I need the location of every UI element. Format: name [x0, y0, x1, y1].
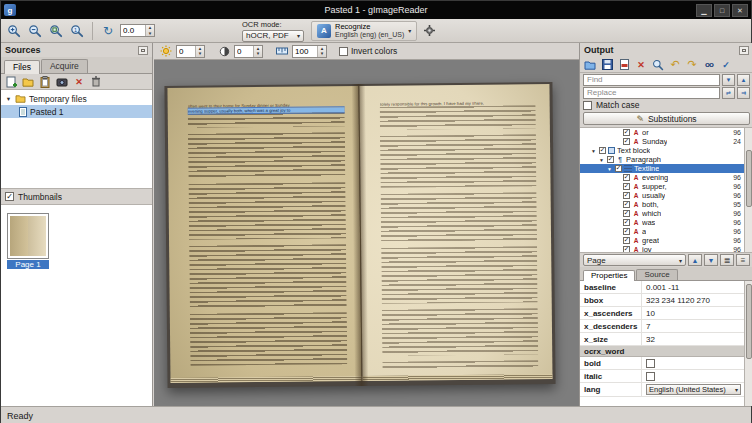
prev-item-button[interactable]: ▲ — [688, 254, 702, 266]
ocr-tree-row[interactable]: ▼¶Paragraph — [580, 155, 752, 164]
minimize-button[interactable]: ▁ — [696, 4, 712, 17]
recognize-button[interactable]: A Recognize English (eng) (en_US) ▾ — [311, 21, 417, 41]
replace-button[interactable]: ⇄ — [722, 87, 735, 99]
brightness-input[interactable] — [177, 46, 195, 57]
open-button[interactable] — [583, 58, 597, 72]
bold-checkbox[interactable] — [646, 359, 655, 368]
resolution-spin-down-icon[interactable]: ▾ — [318, 51, 326, 57]
expander-icon[interactable]: ▼ — [606, 166, 613, 172]
tab-acquire[interactable]: Acquire — [41, 59, 88, 73]
page-thumbnail[interactable]: Page 1 — [7, 213, 49, 269]
ocr-tree-row[interactable]: Aevening96 — [580, 173, 752, 182]
replace-all-button[interactable]: ⇉ — [737, 87, 750, 99]
page-select[interactable]: Page▾ — [583, 254, 686, 266]
canvas-viewport[interactable]: often went to their home for Sunday dinn… — [154, 60, 579, 406]
italic-checkbox[interactable] — [646, 372, 655, 381]
substitutions-button[interactable]: ✎ Substitutions — [583, 112, 750, 125]
zoom-original-button[interactable]: 1 — [68, 22, 86, 40]
add-folder-button[interactable] — [21, 75, 35, 89]
expand-all-button[interactable]: ≣ — [720, 254, 734, 266]
add-images-button[interactable] — [4, 75, 18, 89]
resolution-input[interactable] — [293, 46, 317, 57]
expander-icon[interactable]: ▼ — [598, 157, 605, 163]
ocr-tree-row[interactable]: Awas96 — [580, 218, 752, 227]
item-checkbox[interactable] — [623, 237, 630, 244]
scrollbar-thumb[interactable] — [746, 150, 752, 207]
item-checkbox[interactable] — [623, 192, 630, 199]
undo-button[interactable]: ↶ — [668, 58, 682, 72]
item-checkbox[interactable] — [615, 165, 622, 172]
tab-source[interactable]: Source — [636, 269, 677, 280]
property-value[interactable]: 7 — [642, 322, 743, 331]
item-checkbox[interactable] — [623, 219, 630, 226]
find-next-button[interactable]: ▼ — [722, 74, 735, 86]
next-item-button[interactable]: ▼ — [704, 254, 718, 266]
ocr-mode-select[interactable]: hOCR, PDF▾ — [242, 30, 304, 42]
screenshot-button[interactable] — [55, 75, 69, 89]
ocr-tree-row[interactable]: Aor96 — [580, 128, 752, 137]
ocr-tree-row[interactable]: Aa96 — [580, 227, 752, 236]
item-checkbox[interactable] — [607, 156, 614, 163]
ocr-tree-row[interactable]: Asupper,96 — [580, 182, 752, 191]
close-button[interactable]: ✕ — [732, 4, 748, 17]
tree-item-temporary-files[interactable]: ▼ Temporary files — [1, 92, 152, 105]
property-value[interactable]: 323 234 1120 270 — [642, 296, 743, 305]
zoom-out-button[interactable] — [26, 22, 44, 40]
ocr-tree-row[interactable]: ▼Textline — [580, 164, 752, 173]
find-replace-toggle-button[interactable] — [651, 58, 665, 72]
item-checkbox[interactable] — [623, 201, 630, 208]
ocr-tree-row[interactable]: Agreat96 — [580, 236, 752, 245]
properties-scrollbar[interactable] — [744, 281, 752, 406]
item-checkbox[interactable] — [623, 210, 630, 217]
tree-item-pasted-1[interactable]: Pasted 1 — [1, 105, 152, 118]
paste-button[interactable] — [38, 75, 52, 89]
collapse-all-button[interactable]: ≡ — [736, 254, 750, 266]
ocr-tree-row[interactable]: Ajoy96 — [580, 245, 752, 253]
ocr-tree-row[interactable]: Ausually96 — [580, 191, 752, 200]
expander-icon[interactable]: ▼ — [590, 148, 597, 154]
redo-button[interactable]: ↷ — [685, 58, 699, 72]
contrast-spin-down-icon[interactable]: ▾ — [254, 51, 262, 57]
undock-panel-button[interactable] — [138, 46, 148, 55]
save-button[interactable] — [600, 58, 614, 72]
rotation-input[interactable] — [121, 25, 145, 36]
match-case-checkbox[interactable] — [583, 101, 592, 110]
brightness-spin-down-icon[interactable]: ▾ — [196, 51, 204, 57]
rotation-spin-down-icon[interactable]: ▾ — [146, 31, 154, 37]
undock-panel-button[interactable] — [739, 46, 749, 55]
tab-files[interactable]: Files — [4, 60, 40, 74]
item-checkbox[interactable] — [623, 174, 630, 181]
item-checkbox[interactable] — [623, 246, 630, 253]
zoom-in-button[interactable] — [5, 22, 23, 40]
ocr-tree-row[interactable]: Awhich96 — [580, 209, 752, 218]
property-value[interactable]: 32 — [642, 335, 743, 344]
tab-properties[interactable]: Properties — [583, 270, 635, 281]
replace-input[interactable] — [583, 87, 720, 99]
ocr-tree-row[interactable]: ASunday24 — [580, 137, 752, 146]
item-checkbox[interactable] — [623, 138, 630, 145]
ocr-tree-row[interactable]: ▼Text block — [580, 146, 752, 155]
remove-source-button[interactable]: ✕ — [72, 75, 86, 89]
find-prev-button[interactable]: ▲ — [737, 74, 750, 86]
substitutions-toggle-button[interactable]: oo — [702, 58, 716, 72]
item-checkbox[interactable] — [623, 228, 630, 235]
settings-button[interactable] — [420, 22, 438, 40]
item-checkbox[interactable] — [623, 183, 630, 190]
contrast-input[interactable] — [235, 46, 253, 57]
tree-scrollbar[interactable] — [744, 128, 752, 252]
invert-colors-checkbox[interactable] — [339, 47, 348, 56]
find-input[interactable] — [583, 74, 720, 86]
item-checkbox[interactable] — [599, 147, 606, 154]
rotate-button[interactable]: ↻ — [99, 22, 117, 40]
property-value[interactable]: 10 — [642, 309, 743, 318]
thumbnails-checkbox[interactable] — [5, 192, 14, 201]
lang-select[interactable]: English (United States)▾ — [646, 384, 741, 395]
apply-button[interactable]: ✓ — [719, 58, 733, 72]
clear-sources-button[interactable] — [89, 75, 103, 89]
property-value[interactable]: 0.001 -11 — [642, 283, 743, 292]
export-button[interactable] — [617, 58, 631, 72]
expander-icon[interactable]: ▼ — [5, 96, 12, 102]
ocr-tree-row[interactable]: Aboth,95 — [580, 200, 752, 209]
item-checkbox[interactable] — [623, 129, 630, 136]
zoom-fit-button[interactable] — [47, 22, 65, 40]
